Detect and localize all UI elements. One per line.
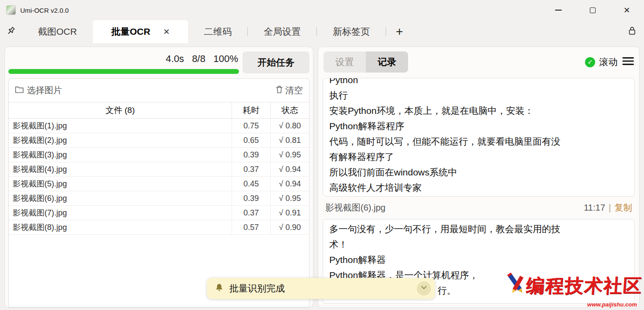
site-watermark: 编程技术社区 www.paijishu.com (505, 271, 642, 309)
column-header-file: 文件 (8) (9, 102, 232, 118)
watermark-text: 编程技术社区 (525, 274, 643, 298)
ocr-text-line: 多一句没有，少一句不行，用最短时间，教会最实用的技 (329, 221, 628, 237)
table-row[interactable]: 影视截图(2).jpg 0.65 √ 0.81 (9, 133, 309, 148)
tab-label: 截图OCR (38, 26, 77, 38)
progress-stats: 4.0s 8/8 100% (166, 51, 239, 69)
file-name: 影视截图(4).jpg (9, 162, 232, 176)
tab-new-page[interactable]: 新标签页 (317, 20, 386, 43)
copy-link[interactable]: 复制 (615, 202, 632, 214)
column-header-status: 状态 (270, 102, 309, 118)
table-row[interactable]: 影视截图(4).jpg 0.37 √ 0.94 (9, 162, 309, 177)
file-status: √ 0.80 (270, 119, 309, 133)
ocr-text-line: 术！ (329, 237, 628, 252)
app-title: Umi-OCR v2.0.0 (20, 7, 69, 14)
ocr-text-line: 有解释器程序了 (329, 149, 628, 164)
ocr-text-line: 安装Python环境，本质上，就是在电脑中，安装： (329, 103, 628, 118)
chevron-down-icon (420, 284, 427, 293)
pin-button[interactable] (0, 20, 22, 43)
tab-settings[interactable]: 设置 (324, 51, 366, 73)
tab-qrcode[interactable]: 二维码 (188, 20, 247, 43)
file-name: 影视截图(2).jpg (9, 133, 232, 147)
file-name: 影视截图(5).jpg (9, 177, 232, 191)
tab-records[interactable]: 记录 (366, 51, 408, 73)
tab-screenshot-ocr[interactable]: 截图OCR (22, 20, 93, 43)
record-header: 影视截图(6).jpg 11:17 | 复制 (318, 197, 639, 219)
file-status: √ 0.94 (270, 177, 309, 191)
tab-global-settings[interactable]: 全局设置 (248, 20, 316, 43)
trash-icon (276, 85, 283, 96)
ocr-text-line: 代码，随时可以写，但能不能运行，就要看电脑里面有没 (329, 134, 628, 149)
file-status: √ 0.91 (270, 206, 309, 220)
record-separator: | (609, 203, 611, 213)
file-status: √ 0.95 (270, 191, 309, 205)
ocr-text-line: 高级软件人才培训专家 (329, 180, 628, 195)
ocr-result-text[interactable]: Python 执行 安装Python环境，本质上，就是在电脑中，安装： Pyth… (323, 78, 635, 197)
ocr-text-line: Python解释器程序 (329, 118, 628, 134)
file-time: 0.65 (232, 133, 270, 147)
scroll-checkbox[interactable]: ✓ 滚动 (585, 56, 618, 68)
menu-icon (622, 57, 634, 67)
toast-message: 批量识别完成 (229, 282, 285, 295)
close-button[interactable]: × (610, 0, 644, 20)
menu-button[interactable] (622, 57, 634, 67)
file-time: 0.39 (232, 148, 270, 162)
table-row[interactable]: 影视截图(8).jpg 0.57 √ 0.90 (9, 220, 309, 235)
scroll-label: 滚动 (599, 56, 618, 68)
column-header-time: 耗时 (232, 102, 270, 118)
table-header: 文件 (8) 耗时 状态 (9, 102, 309, 119)
table-row[interactable]: 影视截图(3).jpg 0.39 √ 0.95 (9, 148, 309, 162)
progress-percent: 100% (213, 53, 238, 65)
file-name: 影视截图(3).jpg (9, 148, 232, 162)
select-images-label: 选择图片 (27, 84, 62, 96)
batch-ocr-panel: 4.0s 8/8 100% 开始任务 选择图片 (4, 47, 313, 308)
file-status: √ 0.81 (270, 133, 309, 147)
ocr-text-line: Python解释器 (329, 252, 628, 267)
tab-label: 批量OCR (111, 26, 151, 38)
table-row[interactable]: 影视截图(5).jpg 0.45 √ 0.94 (9, 177, 309, 191)
file-status: √ 0.90 (270, 220, 309, 234)
notification-toast: 批量识别完成 (207, 278, 435, 299)
toast-collapse-button[interactable] (417, 281, 431, 295)
title-bar: Umi-OCR v2.0.0 × (0, 0, 644, 20)
maximize-icon (590, 7, 596, 13)
lock-button[interactable] (620, 20, 644, 43)
file-time: 0.39 (232, 191, 270, 205)
start-task-button[interactable]: 开始任务 (243, 51, 309, 73)
file-status: √ 0.95 (270, 148, 309, 162)
tab-close-icon[interactable]: × (163, 26, 169, 37)
file-name: 影视截图(6).jpg (9, 191, 232, 205)
record-title: 影视截图(6).jpg (325, 202, 386, 214)
progress-area: 4.0s 8/8 100% 开始任务 (5, 47, 313, 74)
progress-bar-fill (8, 69, 239, 74)
check-icon: ✓ (585, 57, 595, 67)
add-tab-button[interactable]: + (386, 20, 412, 43)
tab-batch-ocr[interactable]: 批量OCR × (93, 20, 188, 43)
file-time: 0.37 (232, 206, 270, 220)
tab-label: 全局设置 (264, 26, 301, 38)
maximize-button[interactable] (575, 0, 610, 20)
results-panel: 设置 记录 ✓ 滚动 Python 执行 安装Python环境，本质上，就是在 (318, 47, 640, 308)
clear-button[interactable]: 清空 (276, 84, 303, 96)
file-table-body: 影视截图(1).jpg 0.75 √ 0.80 影视截图(2).jpg 0.65… (9, 119, 309, 235)
app-icon (6, 5, 16, 15)
pin-icon (6, 26, 16, 38)
file-name: 影视截图(7).jpg (9, 206, 232, 220)
tab-label: 二维码 (204, 26, 232, 38)
progress-bar (8, 69, 239, 74)
tab-label: 新标签页 (333, 26, 370, 38)
table-row[interactable]: 影视截图(6).jpg 0.39 √ 0.95 (9, 191, 309, 206)
watermark-url: www.paijishu.com (505, 301, 642, 309)
ocr-text-line: 所以我们前面在windows系统中 (329, 164, 628, 180)
lock-icon (628, 26, 637, 38)
select-images-button[interactable]: 选择图片 (15, 84, 62, 96)
minimize-button[interactable] (541, 0, 575, 20)
window-controls: × (541, 0, 644, 20)
file-count: 8/8 (192, 53, 206, 65)
file-list-card: 选择图片 清空 文件 (8) 耗时 状态 影视截图(1).jpg 0.75 (8, 78, 309, 307)
table-row[interactable]: 影视截图(7).jpg 0.37 √ 0.91 (9, 206, 309, 220)
file-time: 0.75 (232, 119, 270, 133)
clear-label: 清空 (285, 84, 303, 96)
table-row[interactable]: 影视截图(1).jpg 0.75 √ 0.80 (9, 119, 309, 133)
minimize-icon (555, 10, 562, 11)
bell-icon (215, 283, 224, 294)
